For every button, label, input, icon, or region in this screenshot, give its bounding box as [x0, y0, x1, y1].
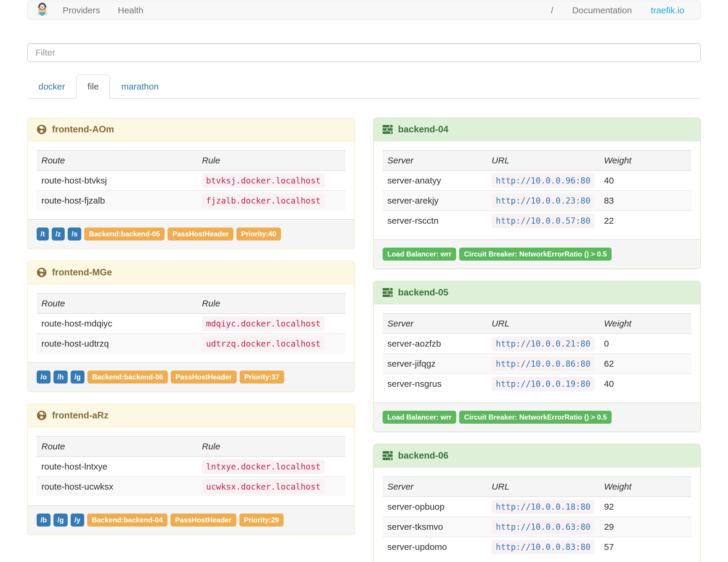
backend-card: backend-04 Server URL Weight server-anat… [373, 118, 701, 269]
nav-link-providers[interactable]: Providers [63, 5, 100, 15]
backend-config-badges: Load Balancer: wrrCircuit Breaker: Netwo… [383, 411, 612, 424]
route-name: route-host-udtrzq [37, 334, 197, 353]
backend-card: backend-05 Server URL Weight server-aozf… [373, 281, 701, 432]
servers-table-header-row: Server URL Weight [383, 150, 691, 170]
server-name: server-rscctn [383, 211, 487, 230]
backend-card-header: backend-05 [374, 281, 700, 304]
server-url-link[interactable]: http://10.0.0.19:80 [492, 377, 594, 391]
tab-docker[interactable]: docker [27, 74, 76, 99]
rule-value: fjzalb.docker.localhost [202, 194, 325, 208]
url-column-header: URL [487, 150, 599, 170]
routes-table-header-row: Route Rule [37, 150, 345, 170]
rule-value: lntxye.docker.localhost [202, 459, 325, 474]
entrypoint-badge: /y [71, 514, 84, 527]
route-name: route-host-lntxye [37, 457, 197, 477]
navbar: Providers Health / Documentation traefik… [27, 1, 701, 20]
entrypoint-badges: /o/h/g [37, 371, 85, 384]
server-row: server-jifqgz http://10.0.0.86:80 62 [383, 354, 691, 374]
entrypoint-badge: /b [37, 514, 51, 527]
filter-bar [27, 43, 701, 62]
server-row: server-aozfzb http://10.0.0.21:80 0 [383, 334, 691, 354]
server-url-cell: http://10.0.0.63:80 [487, 517, 599, 537]
frontend-config-badge: Priority:37 [240, 371, 284, 384]
nav-link-documentation[interactable]: Documentation [572, 5, 632, 15]
tab-marathon[interactable]: marathon [110, 74, 170, 99]
traefik-logo[interactable] [36, 3, 48, 18]
server-column-header: Server [383, 314, 487, 334]
server-url-cell: http://10.0.0.21:80 [487, 334, 599, 354]
nav-link-health[interactable]: Health [118, 5, 144, 15]
route-row: route-host-fjzalb fjzalb.docker.localhos… [37, 191, 345, 210]
server-url-link[interactable]: http://10.0.0.96:80 [492, 173, 594, 188]
filter-input[interactable] [27, 43, 701, 62]
server-row: server-opbuop http://10.0.0.18:80 92 [383, 497, 691, 517]
server-url-link[interactable]: http://10.0.0.21:80 [492, 337, 594, 351]
rule-cell: ucwksx.docker.localhost [197, 477, 345, 496]
servers-table: Server URL Weight server-anatyy http://1… [383, 150, 691, 230]
server-url-cell: http://10.0.0.57:80 [487, 211, 599, 230]
backend-card-footer: Load Balancer: wrrCircuit Breaker: Netwo… [374, 239, 700, 268]
server-column-header: Server [383, 150, 487, 170]
route-row: route-host-ucwksx ucwksx.docker.localhos… [37, 477, 345, 496]
frontend-title: frontend-aRz [52, 410, 108, 421]
backend-config-badge: Circuit Breaker: NetworkErrorRatio () > … [459, 411, 611, 424]
frontend-card: frontend-AOm Route Rule route-host-btvks… [27, 118, 355, 249]
servers-table: Server URL Weight server-aozfzb http://1… [383, 313, 691, 394]
frontend-title: frontend-AOm [52, 124, 114, 135]
server-weight: 0 [599, 334, 691, 354]
frontends-column: frontend-AOm Route Rule route-host-btvks… [27, 118, 364, 547]
routes-table: Route Rule route-host-mdqiyc mdqiyc.dock… [37, 293, 345, 353]
backends-column: backend-04 Server URL Weight server-anat… [364, 118, 701, 562]
server-weight: 40 [599, 374, 691, 394]
tab-file[interactable]: file [76, 74, 110, 99]
server-name: server-tksmvo [383, 517, 487, 537]
globe-icon [37, 124, 47, 134]
nav-separator: / [551, 5, 553, 15]
server-column-header: Server [383, 477, 487, 497]
server-url-cell: http://10.0.0.19:80 [487, 374, 599, 394]
frontend-card-header: frontend-aRz [28, 404, 354, 427]
backend-card-body: Server URL Weight server-anatyy http://1… [374, 141, 700, 239]
rule-column-header: Rule [197, 436, 345, 457]
route-name: route-host-btvksj [37, 170, 197, 191]
server-name: server-anatyy [383, 170, 487, 191]
server-tasks-icon [383, 125, 393, 134]
server-url-link[interactable]: http://10.0.0.63:80 [492, 520, 594, 534]
server-tasks-icon [383, 451, 393, 460]
weight-column-header: Weight [599, 477, 691, 497]
server-name: server-jifqgz [383, 354, 487, 374]
frontend-config-badges: Backend:backend-05PassHostHeaderPriority… [84, 228, 281, 241]
server-url-cell: http://10.0.0.96:80 [487, 170, 599, 191]
backend-config-badges: Load Balancer: wrrCircuit Breaker: Netwo… [383, 248, 612, 261]
weight-column-header: Weight [599, 150, 691, 170]
rule-cell: mdqiyc.docker.localhost [197, 314, 345, 334]
server-url-link[interactable]: http://10.0.0.86:80 [492, 357, 594, 371]
frontend-card-body: Route Rule route-host-lntxye lntxye.dock… [28, 427, 354, 505]
frontend-card-header: frontend-AOm [28, 118, 354, 141]
backend-config-badge: Load Balancer: wrr [383, 248, 456, 261]
entrypoint-badges: /t/z/s [37, 228, 81, 241]
frontend-config-badge: PassHostHeader [170, 514, 236, 527]
server-url-link[interactable]: http://10.0.0.83:80 [492, 540, 594, 554]
server-row: server-rscctn http://10.0.0.57:80 22 [383, 211, 691, 230]
page: Providers Health / Documentation traefik… [0, 0, 728, 562]
server-row: server-arekjy http://10.0.0.23:80 83 [383, 191, 691, 211]
backend-config-badge: Circuit Breaker: NetworkErrorRatio () > … [459, 248, 611, 261]
route-name: route-host-fjzalb [37, 191, 197, 210]
server-url-link[interactable]: http://10.0.0.23:80 [492, 194, 594, 208]
nav-link-traefik-io[interactable]: traefik.io [651, 5, 684, 15]
server-url-link[interactable]: http://10.0.0.57:80 [492, 214, 594, 228]
routes-table: Route Rule route-host-lntxye lntxye.dock… [37, 436, 345, 496]
server-url-link[interactable]: http://10.0.0.18:80 [492, 500, 594, 514]
route-row: route-host-mdqiyc mdqiyc.docker.localhos… [37, 314, 345, 334]
server-name: server-aozfzb [383, 334, 487, 354]
server-tasks-icon [383, 288, 393, 297]
backend-config-badge: Load Balancer: wrr [383, 411, 456, 424]
server-weight: 22 [599, 211, 691, 230]
frontend-config-badge: Backend:backend-05 [84, 228, 165, 241]
frontend-config-badge: Backend:backend-06 [87, 371, 168, 384]
server-url-cell: http://10.0.0.86:80 [487, 354, 599, 374]
provider-tabs: docker file marathon [27, 74, 701, 99]
servers-table: Server URL Weight server-opbuop http://1… [383, 476, 691, 557]
rule-cell: btvksj.docker.localhost [197, 170, 345, 191]
